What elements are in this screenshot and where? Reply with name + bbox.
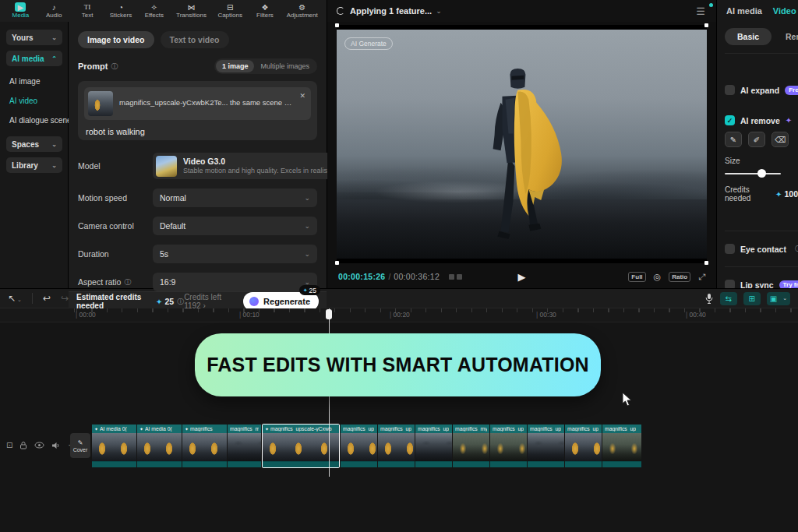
duration-select[interactable]: 5s ⌄ [153, 245, 317, 263]
chevron-down-icon[interactable]: ⌄ [436, 7, 442, 15]
model-row: Model Video G3.0 Stable motion and high … [78, 153, 317, 179]
prompt-card[interactable]: magnifics_upscale-yCxwbK2Te... the same … [78, 81, 317, 140]
menu-icon[interactable]: ☰ [696, 5, 705, 17]
nav-text[interactable]: TI Text [72, 0, 104, 22]
size-slider[interactable] [725, 168, 781, 179]
fullscreen-icon[interactable]: ⤢ [698, 272, 705, 282]
timeline-clip[interactable]: ✦AI media 0( [92, 425, 136, 468]
smart-brush-icon[interactable]: ✎ [725, 132, 742, 147]
applying-status[interactable]: Applying 1 feature... [350, 6, 432, 16]
selection-handle[interactable] [704, 261, 708, 265]
toggle-1-image[interactable]: 1 image [216, 60, 255, 72]
sidebar-item-library[interactable]: Library ⌄ [6, 157, 62, 173]
timeline-clip[interactable]: magnifics_my [453, 425, 489, 468]
sidebar-item-spaces[interactable]: Spaces ⌄ [6, 136, 62, 152]
timeline-clip[interactable]: magnifics_up [341, 425, 377, 468]
aspect-ratio-select[interactable]: 16:9 ⌄ [153, 273, 317, 291]
playhead-handle[interactable] [326, 309, 332, 319]
clip-thumbnails [602, 433, 641, 461]
timeline-ruler[interactable]: 00:00 00:10 00:20 00:30 00:40 [0, 308, 798, 322]
brush-icon[interactable]: ✐ [748, 132, 765, 147]
microphone-icon[interactable] [704, 293, 714, 305]
nav-label: Audio [46, 12, 62, 19]
tab-text-to-video[interactable]: Text to video [161, 31, 229, 48]
clip-thumbnails [137, 433, 182, 461]
nav-media[interactable]: ▶ Media [5, 0, 37, 22]
visibility-eye-icon[interactable] [34, 442, 44, 449]
select-tool-icon[interactable]: ↖ ⌄ [8, 294, 22, 303]
credits-value: 100 [784, 189, 798, 199]
frame-step-icon[interactable] [449, 274, 462, 280]
lip-sync-checkbox[interactable] [725, 280, 735, 288]
ai-remove-checkbox[interactable]: ✓ [725, 115, 735, 125]
prompt-input[interactable]: robot is walking [84, 127, 311, 136]
nav-effects[interactable]: ✧ Effects [138, 0, 170, 22]
eraser-icon[interactable]: ⌫ [772, 132, 789, 147]
motion-speed-select[interactable]: Normal ⌄ [153, 188, 317, 207]
tab-video[interactable]: Video [773, 6, 796, 16]
nav-transitions[interactable]: ⋈ Transitions [171, 0, 211, 22]
sidebar-item-ai-media[interactable]: AI media ⌃ [6, 51, 62, 66]
undo-icon[interactable]: ↩ [43, 294, 51, 303]
nav-filters[interactable]: ❖ Filters [249, 0, 281, 22]
eye-contact-checkbox[interactable] [725, 244, 735, 254]
captions-icon: ⊟ [227, 2, 233, 12]
sidebar-item-ai-image[interactable]: AI image [6, 72, 62, 91]
nav-captions[interactable]: ⊟ Captions [213, 0, 248, 22]
timeline-clip-selected[interactable]: ✦magnifics_upscale-yCxwb [262, 424, 340, 468]
sidebar-item-ai-dialogue-scene[interactable]: AI dialogue scene [6, 111, 62, 130]
ai-expand-checkbox[interactable] [725, 85, 735, 95]
select-value: 5s [160, 249, 304, 259]
cover-button[interactable]: ✎ Cover [70, 433, 90, 458]
timeline-clip[interactable]: magnifics_up [528, 425, 564, 468]
timeline-clip[interactable]: ✦AI media 0( [137, 425, 182, 468]
tab-basic[interactable]: Basic [725, 28, 772, 45]
free-badge: Free [785, 86, 798, 95]
effects-icon: ✧ [151, 2, 157, 12]
close-icon[interactable]: ✕ [299, 92, 305, 100]
selection-handle[interactable] [704, 23, 708, 27]
size-label: Size [725, 157, 798, 165]
sidebar-item-ai-video[interactable]: AI video [6, 91, 62, 111]
mute-speaker-icon[interactable] [51, 442, 61, 449]
lock-icon[interactable] [19, 441, 27, 449]
credits-left[interactable]: Credits left 1192 › [184, 293, 234, 310]
nav-label: Media [12, 12, 30, 19]
media-icon: ▶ [15, 2, 26, 12]
selection-handle[interactable] [335, 23, 339, 27]
full-button[interactable]: Full [628, 272, 645, 282]
video-canvas[interactable]: AI Generate [337, 25, 707, 263]
tab-ai-media[interactable]: AI media [726, 6, 762, 16]
ratio-button[interactable]: Ratio [669, 272, 690, 282]
link-clips-icon[interactable]: ▣⌄ [767, 292, 790, 305]
sidebar-label: Spaces [12, 140, 39, 149]
nav-audio[interactable]: ♪ Audio [38, 0, 70, 22]
timeline-clip[interactable]: magnifics_m [228, 425, 261, 468]
toggle-multiple-images[interactable]: Multiple images [254, 60, 316, 72]
main-track-icon[interactable]: ⊡ [6, 441, 12, 449]
sidebar-item-yours[interactable]: Yours ⌄ [6, 30, 62, 45]
slider-thumb[interactable] [757, 169, 766, 178]
timeline-clip[interactable]: magnifics_up [565, 425, 602, 468]
media-nav: ▶ Media ♪ Audio TI Text ◔ Stickers ✧ Eff… [0, 0, 327, 22]
filters-icon: ❖ [261, 2, 268, 12]
info-icon: ⓘ [111, 62, 118, 72]
timeline-clip[interactable]: ✦magnifics_ [182, 425, 227, 468]
selection-handle[interactable] [335, 261, 339, 265]
tab-remove-bg[interactable]: Rem [786, 32, 798, 41]
camera-control-select[interactable]: Default ⌄ [153, 217, 317, 235]
timeline-clip[interactable]: magnifics_up [490, 425, 527, 468]
nav-adjustment[interactable]: ⚙ Adjustment [282, 0, 322, 22]
redo-icon[interactable]: ↪ [61, 294, 69, 303]
auto-cut-icon[interactable]: ⇆ [720, 292, 737, 305]
try-free-badge: Try free [779, 280, 798, 289]
nav-stickers[interactable]: ◔ Stickers [105, 0, 137, 22]
timeline-clip[interactable]: magnifics_up [602, 425, 641, 468]
model-select[interactable]: Video G3.0 Stable motion and high qualit… [153, 153, 353, 179]
zoom-focus-icon[interactable]: ◎ [654, 272, 662, 282]
play-button[interactable]: ▶ [518, 271, 526, 283]
timeline-clip[interactable]: magnifics_up [378, 425, 415, 468]
magnetic-snap-icon[interactable]: ⊞ [743, 292, 761, 305]
timeline-clip[interactable]: magnifics_up [415, 425, 452, 468]
tab-image-to-video[interactable]: Image to video [78, 31, 154, 48]
